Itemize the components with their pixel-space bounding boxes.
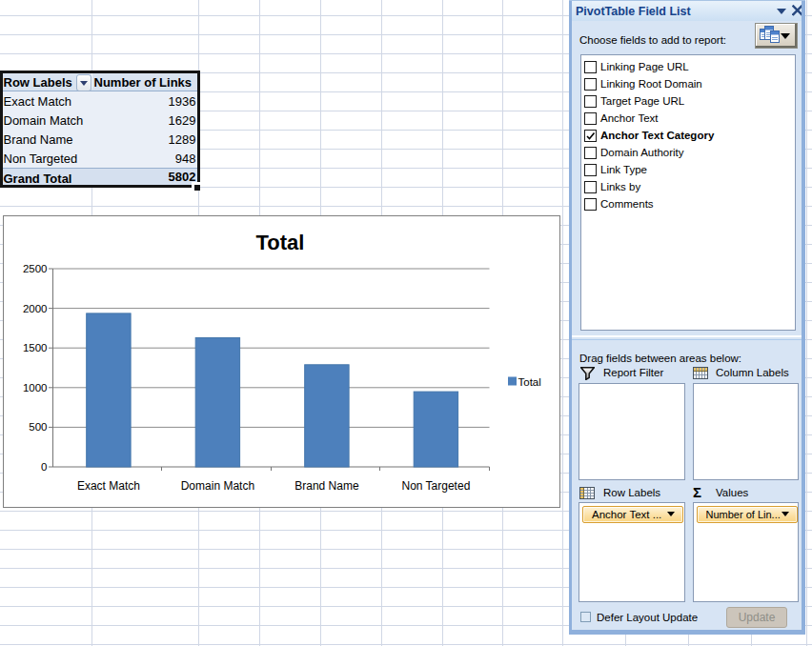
svg-text:2500: 2500 (23, 263, 48, 274)
svg-text:Domain Match: Domain Match (181, 479, 254, 493)
svg-text:0: 0 (41, 461, 47, 473)
svg-text:1000: 1000 (23, 382, 48, 394)
svg-text:Exact Match: Exact Match (77, 479, 140, 493)
svg-text:500: 500 (29, 421, 47, 433)
svg-text:Brand Name: Brand Name (294, 479, 359, 493)
svg-text:2000: 2000 (23, 303, 48, 314)
svg-text:Total: Total (518, 376, 541, 388)
svg-text:1500: 1500 (23, 342, 48, 353)
svg-text:Non Targeted: Non Targeted (401, 479, 470, 493)
svg-text:Total: Total (256, 231, 305, 254)
